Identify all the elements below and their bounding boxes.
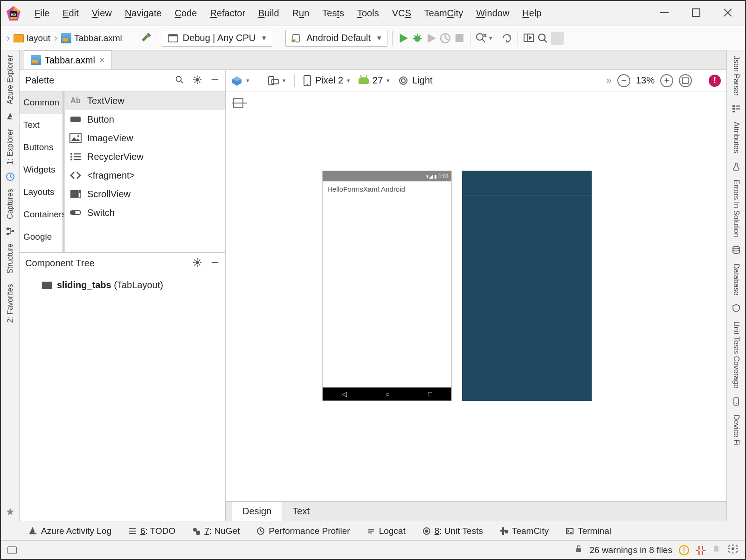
surface-select[interactable]: ▾ — [231, 76, 249, 86]
gear-icon[interactable] — [193, 75, 202, 86]
left-tool-rail: Azure Explorer 1: Explorer Captures Stru… — [1, 50, 20, 521]
menu-window[interactable]: Window — [470, 5, 516, 21]
zoom-in-button[interactable]: + — [660, 74, 673, 87]
warning-icon[interactable]: ! — [679, 545, 689, 555]
svg-point-93 — [736, 403, 737, 404]
search-everywhere-button[interactable] — [537, 32, 549, 44]
menu-help[interactable]: Help — [516, 5, 548, 21]
palette-cat-google[interactable]: Google — [20, 226, 64, 248]
rail-json-parser[interactable]: Json Parser — [732, 53, 740, 98]
more-icon[interactable]: » — [606, 75, 612, 87]
rail-device-explorer[interactable]: Device Fi — [732, 412, 740, 449]
user-avatar[interactable] — [551, 32, 564, 45]
tab-text[interactable]: Text — [282, 502, 320, 521]
toggle-tool-windows-icon[interactable] — [7, 546, 17, 554]
star-icon[interactable]: ★ — [6, 506, 15, 518]
device-preview-blueprint[interactable] — [462, 171, 592, 401]
palette-item-fragment[interactable]: <fragment> — [65, 166, 225, 185]
inspections-button[interactable] — [475, 32, 487, 44]
tw-unit-tests[interactable]: 8: Unit Tests — [422, 526, 483, 536]
palette-cat-containers[interactable]: Containers — [20, 203, 64, 226]
device-preview-light[interactable]: ▾◢ ▮1:03 HelloFormsXaml.Android ◁○□ — [322, 171, 452, 401]
design-canvas[interactable]: ▾◢ ▮1:03 HelloFormsXaml.Android ◁○□ — [226, 91, 726, 501]
tw-nuget[interactable]: 7: NuGet — [192, 526, 240, 536]
tab-design[interactable]: Design — [232, 502, 282, 521]
close-icon[interactable]: ✕ — [99, 56, 105, 65]
rail-captures[interactable]: Captures — [6, 186, 14, 222]
search-icon[interactable] — [175, 75, 184, 86]
palette-item-scrollview[interactable]: ScrollView — [65, 185, 225, 203]
zoom-fit-button[interactable] — [679, 74, 692, 87]
menu-navigate[interactable]: Navigate — [118, 5, 168, 21]
window-minimize[interactable] — [659, 7, 670, 20]
git-icon[interactable]: -¦ ¦- — [696, 545, 705, 555]
tree-node[interactable]: sliding_tabs (TabLayout) — [27, 280, 218, 290]
menu-build[interactable]: Build — [252, 5, 285, 21]
tw-azure-log[interactable]: Azure Activity Log — [29, 526, 111, 536]
device-type-select[interactable]: Pixel 2▾ — [303, 75, 350, 87]
device-selector[interactable]: Android Default ▾ — [285, 30, 387, 47]
orientation-select[interactable]: ▾ — [267, 75, 286, 86]
menu-vcs[interactable]: VCS — [386, 5, 418, 21]
menu-view[interactable]: View — [85, 5, 118, 21]
menu-teamcity[interactable]: TeamCity — [418, 5, 470, 21]
palette-cat-legacy[interactable]: Legacy — [20, 248, 64, 252]
error-indicator[interactable]: ! — [709, 75, 721, 87]
sync-button[interactable] — [501, 32, 513, 44]
rail-favorites[interactable]: 2: Favorites — [6, 281, 14, 326]
palette-item-recyclerview[interactable]: RecyclerView — [65, 147, 225, 166]
editor-tab[interactable]: Tabbar.axml ✕ — [24, 50, 112, 69]
menu-refactor[interactable]: Refactor — [203, 5, 252, 21]
palette-item-textview[interactable]: AbTextView — [65, 91, 225, 110]
lock-icon[interactable] — [574, 545, 583, 555]
menu-tests[interactable]: Tests — [316, 5, 351, 21]
menu-edit[interactable]: Edit — [56, 5, 85, 21]
layout-button[interactable] — [523, 32, 535, 44]
run-coverage-button[interactable] — [425, 32, 437, 44]
minimize-icon[interactable] — [210, 75, 220, 86]
tw-teamcity[interactable]: TeamCity — [500, 526, 549, 536]
rail-database[interactable]: Database — [732, 261, 740, 298]
rail-attributes[interactable]: Attributes — [732, 119, 740, 156]
tw-logcat[interactable]: Logcat — [367, 526, 406, 536]
rail-coverage[interactable]: Unit Tests Coverage — [732, 318, 740, 391]
gear-icon[interactable] — [193, 258, 202, 269]
menu-file[interactable]: File — [28, 5, 56, 21]
window-maximize[interactable] — [691, 7, 701, 20]
rail-errors[interactable]: Errors In Solution — [732, 177, 740, 240]
api-select[interactable]: 27▾ — [359, 75, 390, 86]
breadcrumb[interactable]: › layout › Tabbar.axml — [4, 32, 124, 44]
zoom-out-button[interactable]: − — [617, 74, 630, 87]
palette-cat-layouts[interactable]: Layouts — [20, 181, 64, 203]
status-warnings[interactable]: 26 warnings in 8 files — [589, 545, 672, 555]
palette-item-switch[interactable]: Switch — [65, 203, 225, 222]
rail-explorer[interactable]: 1: Explorer — [6, 126, 14, 167]
tw-todo[interactable]: 6: TODO — [128, 526, 175, 536]
menu-tools[interactable]: Tools — [351, 5, 386, 21]
settings-icon[interactable] — [727, 543, 739, 557]
stop-button[interactable] — [453, 32, 465, 44]
palette-item-imageview[interactable]: ImageView — [65, 129, 225, 147]
debug-button[interactable] — [411, 32, 423, 44]
tw-profiler[interactable]: Performance Profiler — [256, 526, 350, 536]
run-button[interactable] — [397, 32, 409, 44]
palette-cat-widgets[interactable]: Widgets — [20, 159, 64, 181]
run-config-selector[interactable]: Debug | Any CPU ▾ — [162, 30, 272, 47]
svg-rect-113 — [576, 548, 581, 552]
svg-line-20 — [419, 35, 420, 36]
palette-cat-common[interactable]: Common — [20, 91, 64, 114]
theme-select[interactable]: Light — [398, 75, 432, 86]
build-hammer-icon[interactable] — [140, 32, 152, 44]
rail-azure-explorer[interactable]: Azure Explorer — [6, 52, 14, 107]
palette-item-button[interactable]: Button — [65, 110, 225, 129]
palette-cat-buttons[interactable]: Buttons — [20, 136, 64, 159]
profile-button[interactable] — [439, 32, 451, 44]
minimize-icon[interactable] — [210, 258, 220, 269]
pan-handle-icon[interactable] — [233, 98, 243, 108]
menu-code[interactable]: Code — [168, 5, 204, 21]
tw-terminal[interactable]: Terminal — [566, 526, 611, 536]
window-close[interactable] — [723, 7, 733, 20]
menu-run[interactable]: Run — [286, 5, 316, 21]
rail-structure[interactable]: Structure — [6, 241, 14, 277]
palette-cat-text[interactable]: Text — [20, 114, 64, 136]
